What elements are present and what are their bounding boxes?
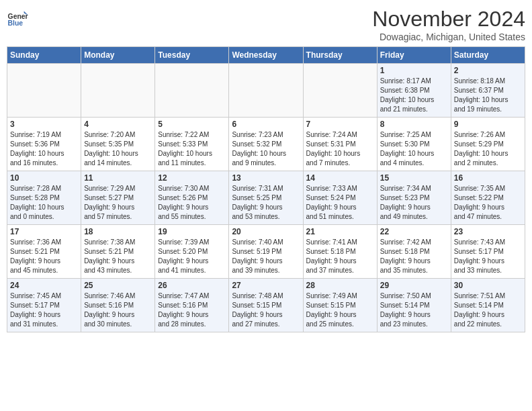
- calendar-cell: 19Sunrise: 7:39 AM Sunset: 5:20 PM Dayli…: [155, 225, 229, 279]
- day-info: Sunrise: 7:45 AM Sunset: 5:17 PM Dayligh…: [10, 291, 78, 329]
- svg-text:Blue: Blue: [8, 19, 24, 27]
- calendar-week-1: 1Sunrise: 8:17 AM Sunset: 6:38 PM Daylig…: [7, 64, 525, 118]
- calendar-cell: 3Sunrise: 7:19 AM Sunset: 5:36 PM Daylig…: [7, 118, 81, 171]
- day-number: 16: [454, 173, 522, 183]
- day-info: Sunrise: 7:38 AM Sunset: 5:21 PM Dayligh…: [84, 238, 152, 275]
- calendar-cell: 27Sunrise: 7:48 AM Sunset: 5:15 PM Dayli…: [229, 279, 303, 332]
- day-number: 23: [454, 227, 522, 236]
- calendar-cell: [303, 64, 377, 118]
- day-info: Sunrise: 7:51 AM Sunset: 5:14 PM Dayligh…: [454, 291, 522, 329]
- calendar-cell: 13Sunrise: 7:31 AM Sunset: 5:25 PM Dayli…: [229, 171, 303, 225]
- logo: General Blue: [7, 7, 28, 28]
- day-info: Sunrise: 7:43 AM Sunset: 5:17 PM Dayligh…: [454, 238, 522, 275]
- day-number: 27: [232, 281, 300, 290]
- day-number: 29: [380, 281, 448, 290]
- calendar-cell: 12Sunrise: 7:30 AM Sunset: 5:26 PM Dayli…: [155, 171, 229, 225]
- day-info: Sunrise: 7:50 AM Sunset: 5:14 PM Dayligh…: [380, 291, 448, 329]
- calendar-cell: 18Sunrise: 7:38 AM Sunset: 5:21 PM Dayli…: [81, 225, 155, 279]
- calendar-cell: 29Sunrise: 7:50 AM Sunset: 5:14 PM Dayli…: [377, 279, 451, 332]
- day-number: 19: [158, 227, 226, 236]
- calendar-cell: 10Sunrise: 7:28 AM Sunset: 5:28 PM Dayli…: [7, 171, 81, 225]
- day-number: 14: [306, 173, 374, 183]
- page-header: General Blue November 2024 Dowagiac, Mic…: [7, 7, 525, 42]
- calendar-cell: 16Sunrise: 7:35 AM Sunset: 5:22 PM Dayli…: [451, 171, 525, 225]
- weekday-header-wednesday: Wednesday: [229, 47, 303, 64]
- weekday-header-tuesday: Tuesday: [155, 47, 229, 64]
- calendar-cell: 2Sunrise: 8:18 AM Sunset: 6:37 PM Daylig…: [451, 64, 525, 118]
- calendar-cell: 6Sunrise: 7:23 AM Sunset: 5:32 PM Daylig…: [229, 118, 303, 171]
- day-number: 10: [10, 173, 78, 183]
- day-number: 7: [306, 120, 374, 129]
- calendar-cell: 23Sunrise: 7:43 AM Sunset: 5:17 PM Dayli…: [451, 225, 525, 279]
- calendar-cell: [7, 64, 81, 118]
- calendar-cell: 15Sunrise: 7:34 AM Sunset: 5:23 PM Dayli…: [377, 171, 451, 225]
- calendar-cell: 4Sunrise: 7:20 AM Sunset: 5:35 PM Daylig…: [81, 118, 155, 171]
- weekday-header-friday: Friday: [377, 47, 451, 64]
- calendar-cell: [229, 64, 303, 118]
- day-info: Sunrise: 8:17 AM Sunset: 6:38 PM Dayligh…: [380, 77, 448, 114]
- title-block: November 2024 Dowagiac, Michigan, United…: [372, 7, 525, 42]
- day-number: 17: [10, 227, 78, 236]
- day-number: 13: [232, 173, 300, 183]
- day-number: 15: [380, 173, 448, 183]
- calendar-cell: 21Sunrise: 7:41 AM Sunset: 5:18 PM Dayli…: [303, 225, 377, 279]
- day-number: 12: [158, 173, 226, 183]
- day-number: 5: [158, 120, 226, 129]
- day-info: Sunrise: 7:34 AM Sunset: 5:23 PM Dayligh…: [380, 184, 448, 222]
- day-number: 22: [380, 227, 448, 236]
- calendar-cell: 24Sunrise: 7:45 AM Sunset: 5:17 PM Dayli…: [7, 279, 81, 332]
- calendar-cell: [81, 64, 155, 118]
- day-number: 4: [84, 120, 152, 129]
- day-info: Sunrise: 7:31 AM Sunset: 5:25 PM Dayligh…: [232, 184, 300, 222]
- day-info: Sunrise: 7:48 AM Sunset: 5:15 PM Dayligh…: [232, 291, 300, 329]
- weekday-header-sunday: Sunday: [7, 47, 81, 64]
- day-number: 1: [380, 66, 448, 75]
- day-info: Sunrise: 7:20 AM Sunset: 5:35 PM Dayligh…: [84, 130, 152, 168]
- calendar-cell: 28Sunrise: 7:49 AM Sunset: 5:15 PM Dayli…: [303, 279, 377, 332]
- day-info: Sunrise: 7:30 AM Sunset: 5:26 PM Dayligh…: [158, 184, 226, 222]
- calendar-week-4: 17Sunrise: 7:36 AM Sunset: 5:21 PM Dayli…: [7, 225, 525, 279]
- weekday-header-monday: Monday: [81, 47, 155, 64]
- day-info: Sunrise: 7:28 AM Sunset: 5:28 PM Dayligh…: [10, 184, 78, 222]
- logo-icon: General Blue: [7, 7, 28, 28]
- day-number: 6: [232, 120, 300, 129]
- day-info: Sunrise: 7:42 AM Sunset: 5:18 PM Dayligh…: [380, 238, 448, 275]
- day-info: Sunrise: 7:22 AM Sunset: 5:33 PM Dayligh…: [158, 130, 226, 168]
- day-info: Sunrise: 7:41 AM Sunset: 5:18 PM Dayligh…: [306, 238, 374, 275]
- day-info: Sunrise: 7:35 AM Sunset: 5:22 PM Dayligh…: [454, 184, 522, 222]
- day-number: 24: [10, 281, 78, 290]
- day-info: Sunrise: 7:26 AM Sunset: 5:29 PM Dayligh…: [454, 130, 522, 168]
- day-info: Sunrise: 7:19 AM Sunset: 5:36 PM Dayligh…: [10, 130, 78, 168]
- calendar-week-5: 24Sunrise: 7:45 AM Sunset: 5:17 PM Dayli…: [7, 279, 525, 332]
- calendar-cell: 1Sunrise: 8:17 AM Sunset: 6:38 PM Daylig…: [377, 64, 451, 118]
- weekday-header-row: SundayMondayTuesdayWednesdayThursdayFrid…: [7, 47, 525, 64]
- calendar-table: SundayMondayTuesdayWednesdayThursdayFrid…: [7, 46, 525, 332]
- day-number: 8: [380, 120, 448, 129]
- weekday-header-saturday: Saturday: [451, 47, 525, 64]
- calendar-cell: 8Sunrise: 7:25 AM Sunset: 5:30 PM Daylig…: [377, 118, 451, 171]
- calendar-cell: 25Sunrise: 7:46 AM Sunset: 5:16 PM Dayli…: [81, 279, 155, 332]
- day-number: 20: [232, 227, 300, 236]
- day-number: 21: [306, 227, 374, 236]
- day-info: Sunrise: 7:39 AM Sunset: 5:20 PM Dayligh…: [158, 238, 226, 275]
- day-info: Sunrise: 7:46 AM Sunset: 5:16 PM Dayligh…: [84, 291, 152, 329]
- day-info: Sunrise: 7:33 AM Sunset: 5:24 PM Dayligh…: [306, 184, 374, 222]
- day-info: Sunrise: 7:36 AM Sunset: 5:21 PM Dayligh…: [10, 238, 78, 275]
- day-number: 25: [84, 281, 152, 290]
- calendar-cell: 14Sunrise: 7:33 AM Sunset: 5:24 PM Dayli…: [303, 171, 377, 225]
- day-info: Sunrise: 7:24 AM Sunset: 5:31 PM Dayligh…: [306, 130, 374, 168]
- day-info: Sunrise: 7:47 AM Sunset: 5:16 PM Dayligh…: [158, 291, 226, 329]
- calendar-cell: [155, 64, 229, 118]
- weekday-header-thursday: Thursday: [303, 47, 377, 64]
- calendar-week-2: 3Sunrise: 7:19 AM Sunset: 5:36 PM Daylig…: [7, 118, 525, 171]
- calendar-cell: 22Sunrise: 7:42 AM Sunset: 5:18 PM Dayli…: [377, 225, 451, 279]
- day-number: 26: [158, 281, 226, 290]
- day-number: 30: [454, 281, 522, 290]
- calendar-cell: 5Sunrise: 7:22 AM Sunset: 5:33 PM Daylig…: [155, 118, 229, 171]
- day-number: 2: [454, 66, 522, 75]
- day-info: Sunrise: 7:23 AM Sunset: 5:32 PM Dayligh…: [232, 130, 300, 168]
- month-title: November 2024: [372, 7, 525, 32]
- day-info: Sunrise: 7:49 AM Sunset: 5:15 PM Dayligh…: [306, 291, 374, 329]
- day-number: 9: [454, 120, 522, 129]
- day-number: 11: [84, 173, 152, 183]
